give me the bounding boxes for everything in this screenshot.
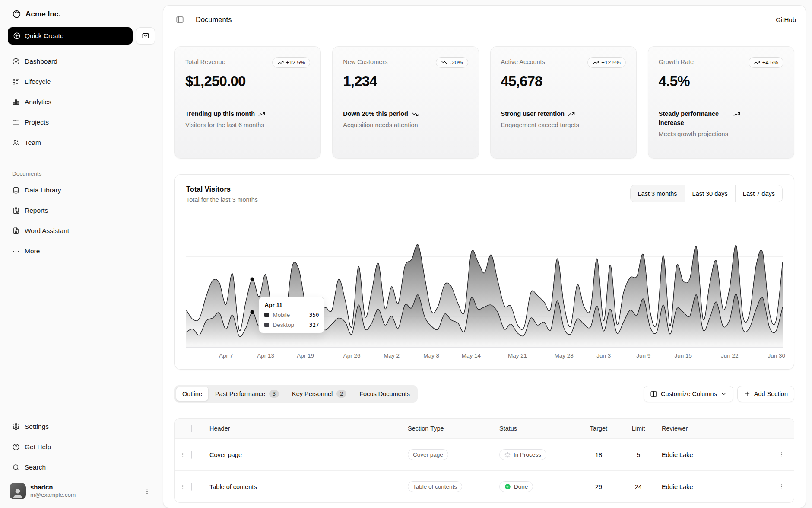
limit-cell[interactable]: 24 [619,483,662,490]
row-menu-icon[interactable] [770,481,794,493]
user-more-icon[interactable] [141,485,153,498]
stat-label: Active Accounts [501,57,545,65]
row-checkbox[interactable] [191,451,192,459]
limit-cell[interactable]: 5 [619,451,662,458]
sidebar-item-word-assistant[interactable]: Word Assistant [8,223,155,239]
quick-create-button[interactable]: Quick Create [8,27,133,45]
ellipsis-icon [12,247,20,255]
stat-card-new-customers: New Customers -20% 1,234 Down 20% this p… [332,46,479,159]
sidebar-item-label: Lifecycle [25,78,51,86]
reviewer-cell[interactable]: Eddie Lake [662,451,770,458]
github-link[interactable]: GitHub [776,16,796,23]
sidebar-item-more[interactable]: More [8,243,155,259]
customize-columns-button[interactable]: Customize Columns [644,386,733,402]
sidebar-item-label: Team [25,139,41,147]
stat-label: New Customers [343,57,387,65]
dashboard-icon [12,58,20,65]
content: Total Revenue +12.5% $1,250.00 Trending … [163,33,806,508]
sidebar-item-data-library[interactable]: Data Library [8,182,155,198]
columns-icon [650,390,657,398]
stat-line2: Engagement exceed targets [501,121,626,128]
main-panel: Documents GitHub Total Revenue +12.5% $1… [163,5,806,508]
tab-outline[interactable]: Outline [176,387,209,401]
section-type-badge: Cover page [408,449,448,460]
drag-handle-icon[interactable] [175,484,191,490]
users-icon [12,139,20,147]
range-last-3-months[interactable]: Last 3 months [631,185,685,202]
trend-badge: -20% [436,57,468,68]
status-badge: Done [499,481,533,492]
circle-plus-icon [13,32,21,40]
tab-count-badge: 3 [269,390,279,398]
select-all-checkbox[interactable] [191,425,192,432]
chevron-down-icon [720,391,727,397]
sidebar-item-projects[interactable]: Projects [8,114,155,131]
x-tick-label: Apr 13 [257,352,274,359]
sections-table: Header Section Type Status Target Limit … [174,418,794,503]
column-section-type: Section Type [408,425,499,432]
row-menu-icon[interactable] [770,449,794,461]
tooltip-date: Apr 11 [264,302,319,308]
table-row[interactable]: Table of contents Table of contents Done… [175,470,794,502]
sidebar-item-analytics[interactable]: Analytics [8,94,155,110]
sidebar-item-team[interactable]: Team [8,134,155,151]
drag-handle-icon[interactable] [175,452,191,458]
target-cell[interactable]: 29 [582,483,619,490]
x-tick-label: Apr 26 [343,352,361,359]
target-cell[interactable]: 18 [582,451,619,458]
tab-focus-documents[interactable]: Focus Documents [353,387,416,401]
sidebar-item-dashboard[interactable]: Dashboard [8,53,155,70]
chart-title: Total Visitors [186,185,258,193]
range-last-7-days[interactable]: Last 7 days [735,185,782,202]
x-tick-label: Apr 19 [297,352,314,359]
column-reviewer: Reviewer [662,425,770,432]
company-logo-icon [12,10,21,19]
x-tick-label: May 14 [462,352,481,359]
range-last-30-days[interactable]: Last 30 days [685,185,735,202]
brand[interactable]: Acme Inc. [8,7,155,19]
tooltip-value: 327 [309,322,319,328]
sidebar-item-search[interactable]: Search [8,459,155,476]
sidebar-nav-footer: Settings Get Help Search [8,419,155,479]
tab-past-performance[interactable]: Past Performance3 [209,387,285,401]
panel-left-icon [176,16,184,24]
column-status: Status [499,425,582,432]
x-tick-label: Jun 30 [768,352,786,359]
topbar: Documents GitHub [163,6,806,33]
sidebar-item-label: Reports [25,207,48,214]
sidebar-nav-documents: Data Library Reports Word Assistant More [8,182,155,263]
mail-icon [142,32,149,40]
sidebar-toggle-button[interactable] [173,13,187,26]
user-menu[interactable]: shadcn m@example.com [8,479,155,499]
sidebar-item-label: Word Assistant [25,227,69,235]
row-header-cell[interactable]: Table of contents [209,483,408,490]
stat-line2: Visitors for the last 6 months [185,121,310,128]
reviewer-cell[interactable]: Eddie Lake [662,483,770,490]
stat-value: $1,250.00 [185,73,310,89]
sidebar-item-lifecycle[interactable]: Lifecycle [8,73,155,90]
add-section-button[interactable]: Add Section [737,386,794,402]
chart-bar-icon [12,98,20,106]
sidebar-item-reports[interactable]: Reports [8,202,155,219]
inbox-button[interactable] [136,27,155,45]
sidebar: Acme Inc. Quick Create Dashboard [0,0,163,508]
stat-card-active-accounts: Active Accounts +12.5% 45,678 Strong use… [490,46,637,159]
x-tick-label: Jun 9 [636,352,650,359]
column-limit: Limit [619,425,662,432]
stat-card-total-revenue: Total Revenue +12.5% $1,250.00 Trending … [174,46,321,159]
column-target: Target [582,425,619,432]
user-name: shadcn [30,483,76,492]
x-tick-label: May 28 [554,352,573,359]
loader-icon [504,452,511,458]
row-checkbox[interactable] [191,483,192,491]
x-tick-label: Jun 3 [596,352,611,359]
tab-key-personnel[interactable]: Key Personnel2 [285,387,353,401]
sidebar-item-settings[interactable]: Settings [8,419,155,435]
tooltip-value: 350 [309,312,319,318]
app-root: Acme Inc. Quick Create Dashboard [0,0,812,508]
area-chart-plot[interactable]: Apr 11 Mobile350 Desktop327 [186,227,783,348]
table-row[interactable]: Cover page Cover page In Process 18 5 Ed… [175,438,794,470]
sidebar-item-label: More [25,247,40,255]
sidebar-item-get-help[interactable]: Get Help [8,439,155,455]
row-header-cell[interactable]: Cover page [209,451,408,458]
